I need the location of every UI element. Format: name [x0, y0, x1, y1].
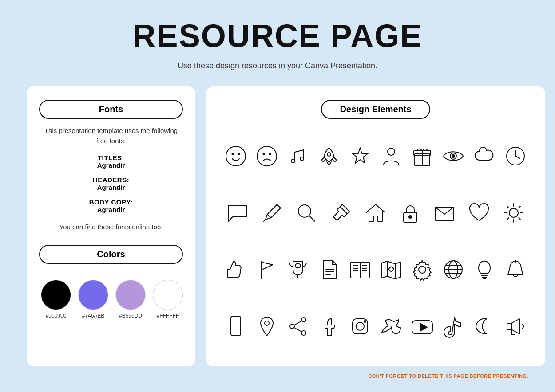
font-body: BODY COPY: Agrandir [39, 198, 183, 213]
lock-icon [395, 197, 426, 228]
fonts-description: This presentation template uses the foll… [39, 126, 183, 146]
envelope-icon [429, 197, 460, 228]
star-icon [345, 141, 376, 172]
svg-point-76 [356, 322, 364, 330]
svg-point-5 [270, 153, 271, 155]
svg-marker-79 [420, 323, 427, 331]
fonts-badge: Fonts [39, 100, 183, 119]
megaphone-icon [500, 311, 531, 342]
page-subtitle: Use these design resources in your Canva… [178, 61, 377, 71]
right-card: Design Elements [206, 86, 545, 366]
color-hex-white: #FFFFFF [157, 313, 179, 319]
icons-row-3 [220, 254, 531, 285]
svg-line-22 [309, 216, 315, 221]
svg-point-72 [301, 331, 306, 335]
share-icon [282, 311, 313, 342]
color-hex-light-purple: #B596DD [119, 313, 142, 319]
smiley-icon [220, 141, 251, 172]
icons-row-1 [220, 141, 531, 172]
svg-point-3 [257, 146, 277, 166]
svg-point-27 [509, 208, 518, 217]
music-note-icon [282, 141, 313, 172]
icons-row-4 [220, 311, 531, 342]
svg-line-35 [507, 218, 509, 220]
gear-icon [407, 254, 438, 285]
document-icon [313, 254, 345, 285]
svg-point-7 [300, 157, 304, 161]
instagram-icon [345, 311, 376, 342]
clock-icon [500, 141, 531, 172]
svg-point-1 [232, 153, 234, 155]
svg-line-18 [515, 156, 520, 158]
svg-line-19 [267, 214, 271, 218]
color-circle-white [153, 280, 183, 310]
tiktok-icon [438, 311, 469, 342]
book-icon [345, 254, 376, 285]
font-body-label: BODY COPY: [39, 198, 183, 206]
rocket-icon [313, 141, 345, 172]
color-swatches: #000000 #746AEB #B596DD #FFFFFF [39, 280, 183, 319]
font-headers-label: HEADERS: [39, 176, 183, 184]
color-swatch-black: #000000 [41, 280, 71, 319]
house-icon [360, 197, 391, 228]
colors-badge: Colors [39, 245, 183, 264]
color-hex-black: #000000 [46, 313, 67, 319]
svg-point-25 [409, 216, 412, 218]
eye-icon [438, 141, 469, 172]
color-hex-purple: #746AEB [82, 313, 105, 319]
mobile-icon [220, 311, 251, 342]
youtube-icon [407, 311, 438, 342]
lightbulb-icon [469, 254, 500, 285]
design-elements-badge: Design Elements [321, 100, 430, 119]
left-card: Fonts This presentation template uses th… [27, 86, 195, 366]
svg-point-70 [301, 318, 306, 322]
svg-line-34 [519, 206, 520, 208]
facebook-icon [313, 311, 345, 342]
moon-icon [469, 311, 500, 342]
svg-point-10 [388, 148, 395, 155]
svg-line-33 [519, 218, 520, 220]
font-titles-name: Agrandir [39, 161, 183, 169]
trophy-icon [282, 254, 313, 285]
person-icon [376, 141, 407, 172]
search-icon [291, 197, 322, 228]
font-headers: HEADERS: Agrandir [39, 176, 183, 191]
svg-point-77 [364, 321, 366, 322]
svg-line-32 [507, 206, 509, 208]
svg-line-73 [294, 321, 301, 325]
color-circle-purple [78, 280, 108, 310]
svg-line-20 [264, 220, 266, 221]
flag-icon [251, 254, 282, 285]
svg-line-74 [294, 328, 301, 332]
svg-marker-42 [295, 263, 301, 268]
colors-section: Colors #000000 #746AEB #B596DD #FFFFFF [39, 245, 183, 319]
gift-icon [407, 141, 438, 172]
svg-point-71 [290, 324, 294, 329]
color-swatch-white: #FFFFFF [153, 280, 183, 319]
font-headers-name: Agrandir [39, 184, 183, 191]
location-pin-icon [251, 311, 282, 342]
icons-row-2 [220, 197, 531, 228]
pencil-icon [257, 197, 288, 228]
svg-point-0 [226, 146, 246, 166]
thumbs-up-icon [220, 254, 251, 285]
font-note: You can find these fonts online too. [39, 222, 183, 232]
font-body-name: Agrandir [39, 206, 183, 213]
heart-icon [464, 197, 495, 228]
svg-marker-9 [352, 148, 368, 163]
color-swatch-purple: #746AEB [78, 280, 108, 319]
svg-point-4 [263, 153, 265, 155]
footer-warning: DON'T FORGET TO DELETE THIS PAGE BEFORE … [27, 373, 528, 379]
map-icon [376, 254, 407, 285]
svg-point-69 [265, 321, 269, 325]
color-swatch-light-purple: #B596DD [115, 280, 146, 319]
svg-point-8 [327, 153, 331, 156]
svg-point-6 [291, 159, 295, 163]
icons-grid [220, 129, 531, 353]
svg-point-15 [452, 155, 455, 157]
twitter-icon [376, 311, 407, 342]
color-circle-black [41, 280, 71, 310]
color-circle-light-purple [115, 280, 146, 310]
bell-icon [500, 254, 531, 285]
svg-point-2 [238, 153, 240, 155]
